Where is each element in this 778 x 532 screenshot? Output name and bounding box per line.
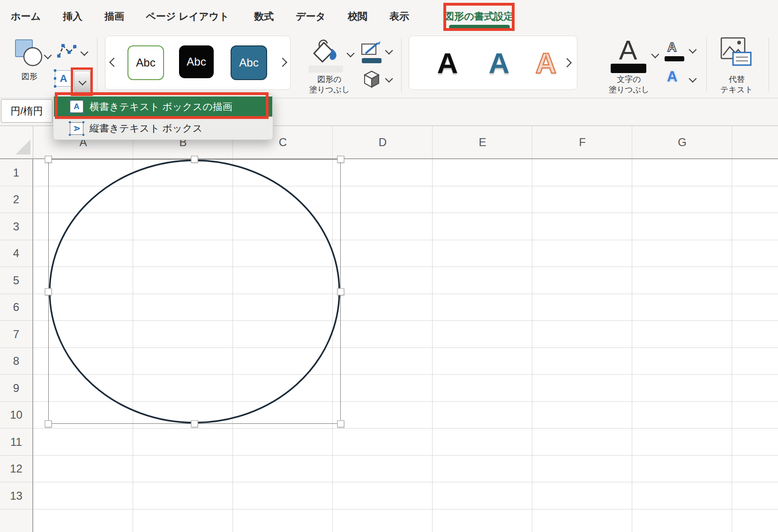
shape-fill-label: 図形の bbox=[304, 74, 355, 85]
handle-dot bbox=[69, 99, 71, 101]
group-divider bbox=[769, 37, 769, 92]
text-outline-color-bar bbox=[665, 56, 684, 61]
row-header-4[interactable]: 4 bbox=[0, 240, 32, 267]
handle-dot bbox=[54, 85, 56, 88]
alt-text-label: 代替 bbox=[714, 74, 759, 85]
select-all-triangle-icon bbox=[15, 140, 30, 155]
text-fill-icon[interactable]: A bbox=[619, 37, 637, 64]
style-option-1[interactable]: Abc bbox=[127, 45, 164, 80]
selection-handle-se[interactable] bbox=[337, 421, 344, 428]
handle-dot bbox=[82, 121, 84, 123]
shapes-button-label: 図形 bbox=[14, 71, 45, 82]
text-effects-icon[interactable]: A bbox=[667, 69, 677, 84]
tab-data[interactable]: データ bbox=[296, 0, 326, 33]
tab-draw[interactable]: 描画 bbox=[105, 0, 124, 33]
handle-dot bbox=[82, 134, 84, 136]
textbox-dropdown-menu: A 横書きテキスト ボックスの描画 A 縦書きテキスト ボックス bbox=[53, 94, 273, 140]
textbox-dropdown-button[interactable] bbox=[74, 71, 90, 93]
alt-text-label: テキスト bbox=[714, 84, 759, 95]
row-header-5[interactable]: 5 bbox=[0, 267, 32, 294]
handle-dot bbox=[69, 112, 71, 114]
ellipse-shape[interactable] bbox=[48, 159, 341, 424]
chevron-down-icon bbox=[79, 78, 87, 86]
vertical-textbox-icon: A bbox=[70, 122, 83, 135]
tab-formulas[interactable]: 数式 bbox=[254, 0, 274, 33]
excel-window: ホーム 挿入 描画 ページ レイアウト 数式 データ 校閲 表示 図形の書式設定… bbox=[0, 0, 778, 532]
column-header-d[interactable]: D bbox=[333, 126, 433, 158]
selection-handle-w[interactable] bbox=[45, 288, 52, 295]
icon-letter: A bbox=[71, 122, 82, 135]
row-header-11[interactable]: 11 bbox=[0, 429, 32, 456]
selection-handle-e[interactable] bbox=[337, 288, 344, 295]
textbox-icon-letter: A bbox=[55, 71, 72, 86]
row-headers: 1 2 3 4 5 6 7 8 9 10 11 12 13 bbox=[0, 159, 33, 532]
handle-dot bbox=[82, 99, 84, 101]
handle-dot bbox=[82, 112, 84, 114]
handle-dot bbox=[69, 121, 71, 123]
paint-bucket-icon[interactable] bbox=[308, 37, 340, 65]
style-option-3[interactable]: Abc bbox=[231, 45, 267, 80]
row-header-3[interactable]: 3 bbox=[0, 213, 32, 240]
shape-effects-cube-icon[interactable] bbox=[361, 68, 382, 89]
tab-review[interactable]: 校閲 bbox=[348, 0, 367, 33]
row-header-8[interactable]: 8 bbox=[0, 348, 32, 375]
icon-letter: A bbox=[70, 101, 83, 112]
row-header-12[interactable]: 12 bbox=[0, 456, 32, 483]
name-box[interactable]: 円/楕円 bbox=[1, 99, 52, 123]
tab-view[interactable]: 表示 bbox=[389, 0, 409, 33]
shapes-icon bbox=[14, 38, 44, 67]
textbox-icon[interactable]: A bbox=[55, 70, 72, 87]
handle-dot bbox=[71, 69, 73, 72]
select-all-button[interactable] bbox=[0, 126, 33, 159]
tab-insert[interactable]: 挿入 bbox=[63, 0, 82, 33]
row-header-6[interactable]: 6 bbox=[0, 294, 32, 321]
shape-outline-color-bar bbox=[362, 58, 382, 63]
wordart-option-1[interactable]: A bbox=[437, 49, 458, 78]
wordart-option-3[interactable]: A bbox=[536, 49, 557, 78]
active-tab-underline bbox=[449, 25, 510, 29]
text-fill-color-bar bbox=[611, 64, 646, 73]
handle-dot bbox=[54, 77, 56, 80]
text-fill-label: 文字の bbox=[606, 74, 652, 85]
edit-shape-icon[interactable] bbox=[56, 41, 78, 61]
alt-text-image-icon[interactable] bbox=[720, 37, 753, 67]
shape-selection bbox=[48, 159, 341, 424]
handle-dot bbox=[71, 77, 73, 80]
menu-item-vertical-textbox[interactable]: A 縦書きテキスト ボックス bbox=[54, 118, 272, 138]
text-fill-label: 塗りつぶし bbox=[606, 84, 652, 95]
row-header-7[interactable]: 7 bbox=[0, 321, 32, 348]
style-option-2[interactable]: Abc bbox=[179, 45, 214, 78]
shape-outline-pencil-icon[interactable] bbox=[360, 40, 382, 57]
selection-handle-ne[interactable] bbox=[337, 156, 344, 163]
shape-fill-label: 塗りつぶし bbox=[304, 84, 355, 95]
row-header-10[interactable]: 10 bbox=[0, 402, 32, 429]
menu-item-label: 縦書きテキスト ボックス bbox=[90, 122, 202, 135]
text-outline-icon[interactable]: A bbox=[667, 41, 677, 54]
row-header-1[interactable]: 1 bbox=[0, 159, 32, 186]
horizontal-textbox-icon: A bbox=[70, 100, 83, 113]
menu-item-horizontal-textbox[interactable]: A 横書きテキスト ボックスの描画 bbox=[54, 96, 272, 117]
wordart-option-2[interactable]: A bbox=[489, 49, 510, 78]
selection-handle-nw[interactable] bbox=[45, 156, 52, 163]
row-header-13[interactable]: 13 bbox=[0, 482, 32, 510]
row-header-9[interactable]: 9 bbox=[0, 375, 32, 402]
shape-fill-swatch bbox=[308, 66, 343, 73]
menu-item-label: 横書きテキスト ボックスの描画 bbox=[90, 100, 232, 113]
handle-dot bbox=[54, 69, 56, 72]
handle-dot bbox=[71, 85, 73, 88]
tab-page-layout[interactable]: ページ レイアウト bbox=[146, 0, 229, 33]
column-header-g[interactable]: G bbox=[632, 126, 732, 158]
column-header-e[interactable]: E bbox=[433, 126, 532, 158]
tab-home[interactable]: ホーム bbox=[11, 0, 41, 33]
column-header-f[interactable]: F bbox=[532, 126, 632, 158]
selection-handle-n[interactable] bbox=[191, 156, 198, 163]
group-divider bbox=[401, 37, 402, 92]
group-divider bbox=[97, 37, 97, 92]
group-divider bbox=[706, 37, 707, 92]
row-header-2[interactable]: 2 bbox=[0, 186, 32, 214]
handle-dot bbox=[69, 134, 71, 136]
selection-handle-sw[interactable] bbox=[45, 421, 52, 428]
selection-handle-s[interactable] bbox=[191, 421, 198, 428]
